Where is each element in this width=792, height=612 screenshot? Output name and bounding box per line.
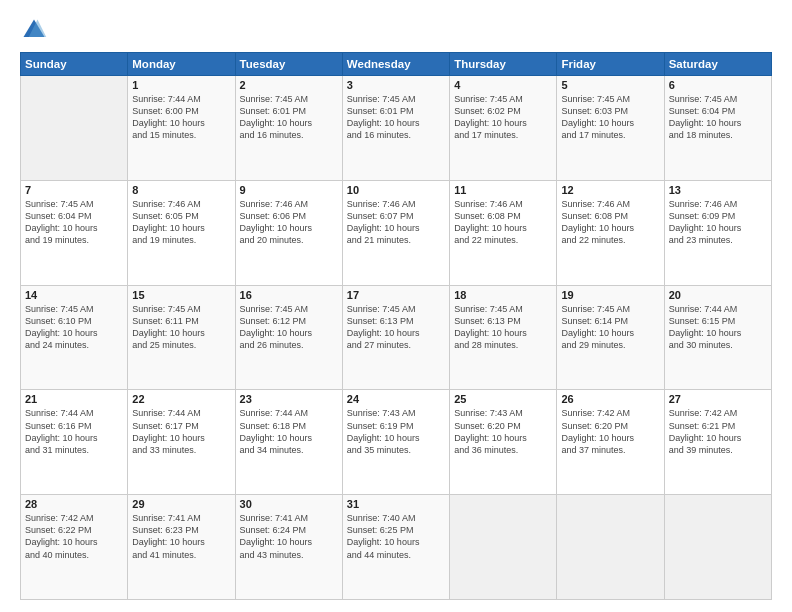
calendar-day-cell: 4Sunrise: 7:45 AM Sunset: 6:02 PM Daylig… xyxy=(450,76,557,181)
day-number: 26 xyxy=(561,393,659,405)
logo xyxy=(20,16,52,44)
day-info: Sunrise: 7:45 AM Sunset: 6:13 PM Dayligh… xyxy=(454,303,552,352)
calendar-day-cell: 31Sunrise: 7:40 AM Sunset: 6:25 PM Dayli… xyxy=(342,495,449,600)
day-number: 22 xyxy=(132,393,230,405)
calendar-day-cell: 21Sunrise: 7:44 AM Sunset: 6:16 PM Dayli… xyxy=(21,390,128,495)
calendar-day-cell: 28Sunrise: 7:42 AM Sunset: 6:22 PM Dayli… xyxy=(21,495,128,600)
day-info: Sunrise: 7:45 AM Sunset: 6:12 PM Dayligh… xyxy=(240,303,338,352)
day-info: Sunrise: 7:45 AM Sunset: 6:02 PM Dayligh… xyxy=(454,93,552,142)
header xyxy=(20,16,772,44)
day-number: 30 xyxy=(240,498,338,510)
day-number: 10 xyxy=(347,184,445,196)
day-number: 16 xyxy=(240,289,338,301)
calendar-day-cell: 3Sunrise: 7:45 AM Sunset: 6:01 PM Daylig… xyxy=(342,76,449,181)
calendar-day-cell: 9Sunrise: 7:46 AM Sunset: 6:06 PM Daylig… xyxy=(235,180,342,285)
calendar-day-cell: 27Sunrise: 7:42 AM Sunset: 6:21 PM Dayli… xyxy=(664,390,771,495)
calendar-day-cell: 17Sunrise: 7:45 AM Sunset: 6:13 PM Dayli… xyxy=(342,285,449,390)
day-info: Sunrise: 7:45 AM Sunset: 6:01 PM Dayligh… xyxy=(240,93,338,142)
calendar: SundayMondayTuesdayWednesdayThursdayFrid… xyxy=(20,52,772,600)
day-info: Sunrise: 7:41 AM Sunset: 6:23 PM Dayligh… xyxy=(132,512,230,561)
calendar-day-cell: 10Sunrise: 7:46 AM Sunset: 6:07 PM Dayli… xyxy=(342,180,449,285)
day-number: 12 xyxy=(561,184,659,196)
day-number: 9 xyxy=(240,184,338,196)
day-info: Sunrise: 7:44 AM Sunset: 6:17 PM Dayligh… xyxy=(132,407,230,456)
calendar-day-cell: 18Sunrise: 7:45 AM Sunset: 6:13 PM Dayli… xyxy=(450,285,557,390)
day-number: 19 xyxy=(561,289,659,301)
calendar-week-row: 21Sunrise: 7:44 AM Sunset: 6:16 PM Dayli… xyxy=(21,390,772,495)
calendar-day-cell: 6Sunrise: 7:45 AM Sunset: 6:04 PM Daylig… xyxy=(664,76,771,181)
calendar-day-cell xyxy=(664,495,771,600)
calendar-week-row: 14Sunrise: 7:45 AM Sunset: 6:10 PM Dayli… xyxy=(21,285,772,390)
page: SundayMondayTuesdayWednesdayThursdayFrid… xyxy=(0,0,792,612)
calendar-day-cell: 23Sunrise: 7:44 AM Sunset: 6:18 PM Dayli… xyxy=(235,390,342,495)
weekday-header-cell: Sunday xyxy=(21,53,128,76)
day-info: Sunrise: 7:46 AM Sunset: 6:07 PM Dayligh… xyxy=(347,198,445,247)
day-number: 15 xyxy=(132,289,230,301)
day-info: Sunrise: 7:46 AM Sunset: 6:08 PM Dayligh… xyxy=(561,198,659,247)
day-info: Sunrise: 7:46 AM Sunset: 6:05 PM Dayligh… xyxy=(132,198,230,247)
day-number: 2 xyxy=(240,79,338,91)
day-info: Sunrise: 7:46 AM Sunset: 6:06 PM Dayligh… xyxy=(240,198,338,247)
calendar-body: 1Sunrise: 7:44 AM Sunset: 6:00 PM Daylig… xyxy=(21,76,772,600)
calendar-day-cell: 19Sunrise: 7:45 AM Sunset: 6:14 PM Dayli… xyxy=(557,285,664,390)
day-info: Sunrise: 7:41 AM Sunset: 6:24 PM Dayligh… xyxy=(240,512,338,561)
day-number: 7 xyxy=(25,184,123,196)
weekday-header-row: SundayMondayTuesdayWednesdayThursdayFrid… xyxy=(21,53,772,76)
day-number: 6 xyxy=(669,79,767,91)
day-number: 27 xyxy=(669,393,767,405)
calendar-week-row: 1Sunrise: 7:44 AM Sunset: 6:00 PM Daylig… xyxy=(21,76,772,181)
calendar-week-row: 7Sunrise: 7:45 AM Sunset: 6:04 PM Daylig… xyxy=(21,180,772,285)
day-info: Sunrise: 7:45 AM Sunset: 6:04 PM Dayligh… xyxy=(669,93,767,142)
day-number: 13 xyxy=(669,184,767,196)
calendar-day-cell: 24Sunrise: 7:43 AM Sunset: 6:19 PM Dayli… xyxy=(342,390,449,495)
day-number: 31 xyxy=(347,498,445,510)
day-number: 28 xyxy=(25,498,123,510)
day-number: 24 xyxy=(347,393,445,405)
day-number: 20 xyxy=(669,289,767,301)
day-number: 25 xyxy=(454,393,552,405)
day-info: Sunrise: 7:45 AM Sunset: 6:13 PM Dayligh… xyxy=(347,303,445,352)
calendar-day-cell: 14Sunrise: 7:45 AM Sunset: 6:10 PM Dayli… xyxy=(21,285,128,390)
day-info: Sunrise: 7:43 AM Sunset: 6:20 PM Dayligh… xyxy=(454,407,552,456)
calendar-day-cell: 20Sunrise: 7:44 AM Sunset: 6:15 PM Dayli… xyxy=(664,285,771,390)
calendar-day-cell xyxy=(557,495,664,600)
weekday-header-cell: Wednesday xyxy=(342,53,449,76)
day-info: Sunrise: 7:45 AM Sunset: 6:10 PM Dayligh… xyxy=(25,303,123,352)
calendar-day-cell: 15Sunrise: 7:45 AM Sunset: 6:11 PM Dayli… xyxy=(128,285,235,390)
calendar-day-cell: 30Sunrise: 7:41 AM Sunset: 6:24 PM Dayli… xyxy=(235,495,342,600)
calendar-day-cell: 8Sunrise: 7:46 AM Sunset: 6:05 PM Daylig… xyxy=(128,180,235,285)
weekday-header-cell: Monday xyxy=(128,53,235,76)
calendar-day-cell: 2Sunrise: 7:45 AM Sunset: 6:01 PM Daylig… xyxy=(235,76,342,181)
day-info: Sunrise: 7:40 AM Sunset: 6:25 PM Dayligh… xyxy=(347,512,445,561)
calendar-day-cell: 5Sunrise: 7:45 AM Sunset: 6:03 PM Daylig… xyxy=(557,76,664,181)
day-number: 14 xyxy=(25,289,123,301)
day-number: 21 xyxy=(25,393,123,405)
day-number: 8 xyxy=(132,184,230,196)
day-info: Sunrise: 7:45 AM Sunset: 6:04 PM Dayligh… xyxy=(25,198,123,247)
day-info: Sunrise: 7:45 AM Sunset: 6:14 PM Dayligh… xyxy=(561,303,659,352)
day-info: Sunrise: 7:46 AM Sunset: 6:09 PM Dayligh… xyxy=(669,198,767,247)
calendar-day-cell: 11Sunrise: 7:46 AM Sunset: 6:08 PM Dayli… xyxy=(450,180,557,285)
day-number: 1 xyxy=(132,79,230,91)
day-number: 5 xyxy=(561,79,659,91)
day-info: Sunrise: 7:45 AM Sunset: 6:01 PM Dayligh… xyxy=(347,93,445,142)
calendar-day-cell: 12Sunrise: 7:46 AM Sunset: 6:08 PM Dayli… xyxy=(557,180,664,285)
day-number: 3 xyxy=(347,79,445,91)
calendar-day-cell: 1Sunrise: 7:44 AM Sunset: 6:00 PM Daylig… xyxy=(128,76,235,181)
logo-icon xyxy=(20,16,48,44)
day-info: Sunrise: 7:43 AM Sunset: 6:19 PM Dayligh… xyxy=(347,407,445,456)
calendar-week-row: 28Sunrise: 7:42 AM Sunset: 6:22 PM Dayli… xyxy=(21,495,772,600)
calendar-day-cell xyxy=(21,76,128,181)
day-info: Sunrise: 7:45 AM Sunset: 6:03 PM Dayligh… xyxy=(561,93,659,142)
calendar-day-cell: 26Sunrise: 7:42 AM Sunset: 6:20 PM Dayli… xyxy=(557,390,664,495)
day-number: 11 xyxy=(454,184,552,196)
day-info: Sunrise: 7:46 AM Sunset: 6:08 PM Dayligh… xyxy=(454,198,552,247)
weekday-header-cell: Friday xyxy=(557,53,664,76)
calendar-day-cell: 7Sunrise: 7:45 AM Sunset: 6:04 PM Daylig… xyxy=(21,180,128,285)
day-number: 4 xyxy=(454,79,552,91)
weekday-header-cell: Tuesday xyxy=(235,53,342,76)
day-info: Sunrise: 7:42 AM Sunset: 6:20 PM Dayligh… xyxy=(561,407,659,456)
day-info: Sunrise: 7:42 AM Sunset: 6:21 PM Dayligh… xyxy=(669,407,767,456)
day-info: Sunrise: 7:44 AM Sunset: 6:16 PM Dayligh… xyxy=(25,407,123,456)
day-number: 17 xyxy=(347,289,445,301)
